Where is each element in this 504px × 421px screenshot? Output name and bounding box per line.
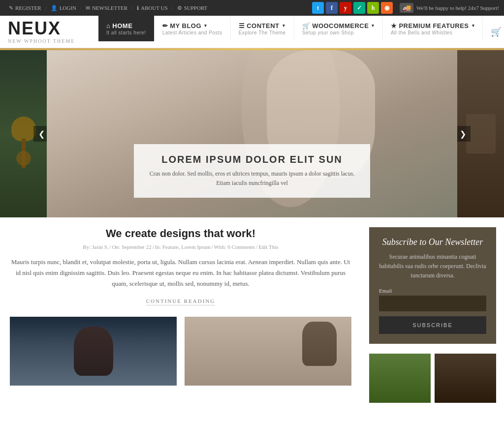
rss-icon[interactable]: ◉ [381,2,393,14]
woo-dropdown-icon: ▾ [372,23,375,28]
subscribe-button[interactable]: SUBSCRIBE [379,316,486,334]
article-meta-in[interactable]: In: Feature, Lorem Ipsum [155,244,211,250]
woo-nav-label: WOOCOMMERCE [312,22,369,30]
sidebar-images [369,354,496,403]
hero-slider: ❮ LOREM IPSUM DOLOR ELIT SUN Cras non do… [0,50,504,217]
newsletter-box-title: Subscribe to Our Newsletter [379,237,486,247]
premium-nav-label: PREMIUM FEATURES [399,22,469,30]
login-icon: 👤 [51,5,58,11]
main-content: We create designs that work! By: Jasin S… [0,227,361,403]
register-label: REGISTER [15,5,41,11]
article-meta-edit[interactable]: Edit This [258,244,278,250]
woo-nav-sub: Setup your own Shop [302,30,375,35]
myblog-nav-sub: Latest Articles and Posts [162,30,222,35]
logo-title[interactable]: NEUX [8,20,75,37]
twitter-icon[interactable]: t [312,2,324,14]
thumb-item-1 [10,317,177,386]
slider-side-right: ❯ [457,50,504,217]
home-nav-icon: ⌂ [106,22,110,30]
newsletter-nav-icon: ✉ [86,5,90,11]
facebook-icon[interactable]: f [326,2,338,14]
top-bar-links: ✎ REGISTER / 👤 LOGIN / ✉ NEWSLETTER / ℹ … [5,5,211,11]
content-nav-label: CONTENT [247,22,279,30]
content-area: We create designs that work! By: Jasin S… [0,217,504,413]
newsletter-desc: Securae animalibus minantia cognati habi… [379,252,486,281]
houzz-icon[interactable]: h [367,2,379,14]
myblog-dropdown-icon: ▾ [204,23,207,28]
sidebar: Subscribe to Our Newsletter Securae anim… [361,227,504,403]
thumb-item-2 [185,317,351,386]
home-nav-sub: It all starts here! [106,30,146,35]
continue-reading-area: CONTINUE READING [10,297,351,305]
premium-nav-icon: ★ [391,22,397,30]
continue-reading-link[interactable]: CONTINUE READING [146,298,215,305]
truck-icon: 🚚 [400,3,413,13]
content-dropdown-icon: ▾ [283,23,285,28]
article-body: Mauris turpis nunc, blandit et, volutpat… [10,257,351,289]
premium-dropdown-icon: ▾ [472,23,475,28]
slider-caption: LOREM IPSUM DOLOR ELIT SUN Cras non dolo… [134,144,370,198]
newsletter-link[interactable]: ✉ NEWSLETTER [82,5,131,11]
premium-nav-sub: All the Bells and Whistles [391,30,474,35]
nav-woocommerce[interactable]: 🛒 WOOCOMMERCE ▾ Setup your own Shop [294,16,383,41]
logo-subtitle: NEW WPHOOT THEME [8,38,75,44]
cart-icon[interactable]: 🛒 [491,27,502,37]
email-label: Email [379,288,486,294]
article-meta: By: Jasin S. / On: September 22 / In: Fe… [10,244,351,250]
newsletter-box: Subscribe to Our Newsletter Securae anim… [369,227,496,344]
slider-title: LOREM IPSUM DOLOR ELIT SUN [149,154,355,165]
thumbnail-row [10,317,351,386]
logo-area: NEUX NEW WPHOOT THEME [0,16,98,48]
slider-text: Cras non dolor. Sed mollis, eros et ultr… [149,169,355,188]
article-title: We create designs that work! [10,227,351,240]
email-input[interactable] [379,296,486,311]
article-meta-on: On: September 22 [112,244,152,250]
register-icon: ✎ [9,5,13,11]
top-bar: ✎ REGISTER / 👤 LOGIN / ✉ NEWSLETTER / ℹ … [0,0,504,16]
sidebar-thumb-1 [369,354,431,403]
support-link[interactable]: ⚙ SUPPORT [173,5,212,11]
support-icon: ⚙ [177,5,182,11]
myblog-nav-label: MY BLOG [170,22,201,30]
main-nav: ⌂ HOME It all starts here! ✏ MY BLOG ▾ L… [98,16,504,48]
slider-main: LOREM IPSUM DOLOR ELIT SUN Cras non dolo… [47,50,457,217]
nav-actions: 🛒 🔍 [483,16,504,48]
newsletter-nav-label: NEWSLETTER [92,5,127,11]
woo-nav-icon: 🛒 [302,22,311,30]
login-link[interactable]: 👤 LOGIN [47,5,80,11]
home-nav-label: HOME [112,22,132,30]
nav-content[interactable]: ☰ CONTENT ▾ Explore The Theme [231,16,294,41]
yelp-icon[interactable]: y [340,2,351,14]
nav-myblog[interactable]: ✏ MY BLOG ▾ Latest Articles and Posts [155,16,231,41]
content-nav-icon: ☰ [239,22,245,30]
about-icon: ℹ [137,5,139,11]
sidebar-thumb-2 [435,354,496,403]
tripadvisor-icon[interactable]: ✓ [353,2,365,14]
top-bar-right: t f y ✓ h ◉ 🚚 We'll be happy to help! 24… [312,2,499,14]
login-label: LOGIN [60,5,76,11]
myblog-nav-icon: ✏ [162,22,168,30]
about-label: ABOUT US [141,5,168,11]
article-meta-by: By: Jasin S. [83,244,108,250]
slider-prev-button[interactable]: ❮ [33,126,47,142]
article-meta-with[interactable]: With: 0 Comments [214,244,255,250]
support-text-area: 🚚 We'll be happy to help! 24x7 Support! [400,3,499,13]
slider-side-left: ❮ [0,50,47,217]
about-link[interactable]: ℹ ABOUT US [133,5,172,11]
slider-next-button[interactable]: ❯ [457,126,471,142]
support-text: We'll be happy to help! 24x7 Support! [416,5,499,11]
content-nav-sub: Explore The Theme [239,30,286,35]
register-link[interactable]: ✎ REGISTER [5,5,45,11]
nav-home[interactable]: ⌂ HOME It all starts here! [98,16,155,41]
nav-premium[interactable]: ★ PREMIUM FEATURES ▾ All the Bells and W… [383,16,483,41]
support-label: SUPPORT [184,5,208,11]
